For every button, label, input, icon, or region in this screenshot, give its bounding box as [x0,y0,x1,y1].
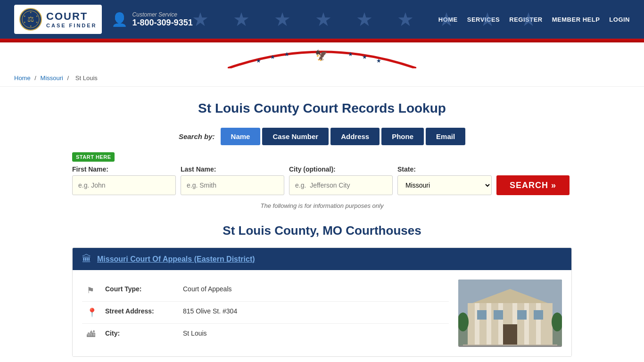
logo-case-finder-text: CASE FINDER [46,23,97,28]
page-title: St Louis County Court Records Lookup [72,101,572,116]
city-icon: 🏙 [87,329,98,339]
tab-email[interactable]: Email [426,128,465,145]
last-name-input[interactable] [181,175,284,195]
eagle-arch-svg: ★ ★ ★ 🦅 ★ ★ ★ [228,45,416,68]
breadcrumb: Home / Missouri / St Louis [0,70,644,87]
search-by-label: Search by: [179,132,215,140]
svg-rect-20 [475,303,479,346]
breadcrumb-home[interactable]: Home [14,74,31,82]
first-name-input[interactable] [72,175,176,195]
courthouses-title: St Louis County, MO Courthouses [72,223,572,238]
last-name-group: Last Name: [181,165,284,195]
phone-icon: 👤 [111,12,128,27]
breadcrumb-sep2: / [67,74,71,82]
courthouse-details: ⚑ Court Type: Court of Appeals 📍 Street … [82,280,449,347]
city-row: 🏙 City: St Louis [82,324,449,345]
breadcrumb-state[interactable]: Missouri [41,74,63,82]
courthouse-city-value: St Louis [183,329,207,337]
nav-register[interactable]: REGISTER [509,16,542,23]
svg-text:★: ★ [284,51,289,58]
city-group: City (optional): [289,165,393,195]
court-type-icon: ⚑ [87,285,98,296]
svg-text:★: ★ [256,58,261,64]
svg-text:⚖: ⚖ [27,15,34,23]
svg-text:🦅: 🦅 [315,49,328,62]
cs-label: Customer Service [132,11,193,18]
header-left: ★ ★ ★ ★ ★ ★ ⚖ COURT CASE FINDER 👤 Custom… [14,5,193,34]
svg-rect-22 [498,303,503,346]
nav-login[interactable]: LOGIN [609,16,630,23]
main-nav: HOME SERVICES REGISTER MEMBER HELP LOGIN [438,16,630,23]
state-select[interactable]: Missouri Alabama Alaska [397,175,492,195]
courthouse-name-link[interactable]: Missouri Court Of Appeals (Eastern Distr… [97,255,255,263]
svg-text:★: ★ [362,54,367,60]
search-tabs: Search by: Name Case Number Address Phon… [72,128,572,145]
site-header: ★ ★ ★ ★ ★ ★ ★ ★ ★ ★ ★ ★ ★ ★ ★ ★ ★ ★ ★ ★ … [0,0,644,39]
logo-text: COURT CASE FINDER [46,10,97,28]
court-type-label: Court Type: [105,285,176,293]
cs-text: Customer Service 1-800-309-9351 [132,11,193,28]
first-name-label: First Name: [72,165,176,173]
eagle-section: ★ ★ ★ 🦅 ★ ★ ★ [0,42,644,70]
street-address-value: 815 Olive St. #304 [183,307,237,315]
nav-services[interactable]: SERVICES [467,16,500,23]
courthouse-icon: 🏛 [82,254,91,264]
svg-rect-21 [487,303,491,346]
courthouse-city-label: City: [105,329,176,337]
courthouse-card: 🏛 Missouri Court Of Appeals (Eastern Dis… [72,247,572,357]
svg-rect-25 [536,303,541,346]
nav-home[interactable]: HOME [438,16,458,23]
svg-rect-26 [503,324,517,346]
courthouse-header: 🏛 Missouri Court Of Appeals (Eastern Dis… [73,248,571,270]
street-address-row: 📍 Street Address: 815 Olive St. #304 [82,302,449,324]
svg-rect-24 [524,303,529,346]
first-name-group: First Name: [72,165,176,195]
svg-text:★: ★ [348,51,353,58]
logo-court-text: COURT [46,10,97,23]
tab-phone[interactable]: Phone [381,128,424,145]
breadcrumb-sep1: / [34,74,38,82]
state-label: State: [397,165,492,173]
logo-emblem-icon: ★ ★ ★ ★ ★ ★ ⚖ [19,8,42,31]
city-input[interactable] [289,175,393,195]
address-icon: 📍 [87,307,98,318]
courthouse-building-svg [458,280,562,346]
svg-rect-29 [517,310,527,320]
courthouse-body: ⚑ Court Type: Court of Appeals 📍 Street … [73,270,571,356]
tab-case-number[interactable]: Case Number [262,128,329,145]
info-note: The following is for information purpose… [72,202,572,209]
last-name-label: Last Name: [181,165,284,173]
svg-rect-28 [494,310,503,320]
breadcrumb-county: St Louis [75,74,98,82]
court-type-row: ⚑ Court Type: Court of Appeals [82,280,449,302]
court-type-value: Court of Appeals [183,285,232,293]
svg-rect-31 [463,345,557,346]
red-banner [0,39,644,42]
start-here-badge: START HERE [72,152,115,162]
courthouse-image [458,280,562,347]
search-section: Search by: Name Case Number Address Phon… [72,128,572,209]
svg-text:★: ★ [376,58,381,64]
svg-rect-30 [534,310,543,320]
tab-address[interactable]: Address [330,128,380,145]
state-group: State: Missouri Alabama Alaska [397,165,492,195]
main-content: St Louis County Court Records Lookup Sea… [63,87,581,362]
svg-rect-27 [477,310,487,320]
tab-name[interactable]: Name [221,128,261,145]
city-label: City (optional): [289,165,393,173]
svg-text:★: ★ [270,54,275,60]
search-form: First Name: Last Name: City (optional): … [72,165,572,195]
logo: ★ ★ ★ ★ ★ ★ ⚖ COURT CASE FINDER [14,5,102,34]
cs-phone: 1-800-309-9351 [132,18,193,28]
search-button[interactable]: SEARCH » [496,175,570,195]
nav-member-help[interactable]: MEMBER HELP [552,16,600,23]
customer-service: 👤 Customer Service 1-800-309-9351 [111,11,193,28]
street-address-label: Street Address: [105,307,176,315]
